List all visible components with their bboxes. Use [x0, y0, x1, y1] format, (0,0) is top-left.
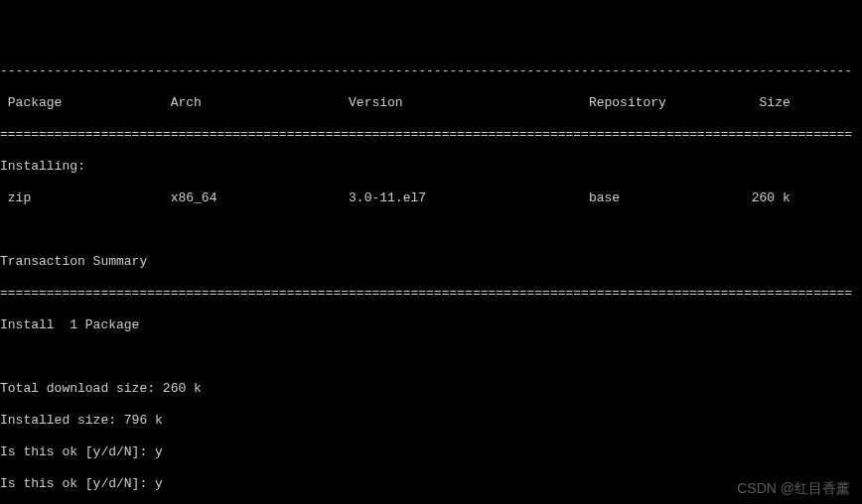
confirm-prompt-1: Is this ok [y/d/N]: y	[0, 444, 862, 460]
transaction-summary-header: Transaction Summary	[0, 254, 862, 270]
separator-dash: ----------------------------------------…	[0, 63, 862, 79]
install-count: Install 1 Package	[0, 317, 862, 333]
package-row: zip x86_64 3.0-11.el7 base 260 k	[0, 190, 862, 206]
confirm-prompt-2: Is this ok [y/d/N]: y	[0, 476, 862, 492]
separator-eq: ========================================…	[0, 127, 862, 143]
table-header: Package Arch Version Repository Size	[0, 95, 862, 111]
installing-header: Installing:	[0, 159, 862, 175]
separator-eq: ========================================…	[0, 286, 862, 302]
blank	[0, 222, 862, 238]
installed-size: Installed size: 796 k	[0, 413, 862, 429]
blank	[0, 349, 862, 365]
download-size: Total download size: 260 k	[0, 381, 862, 397]
